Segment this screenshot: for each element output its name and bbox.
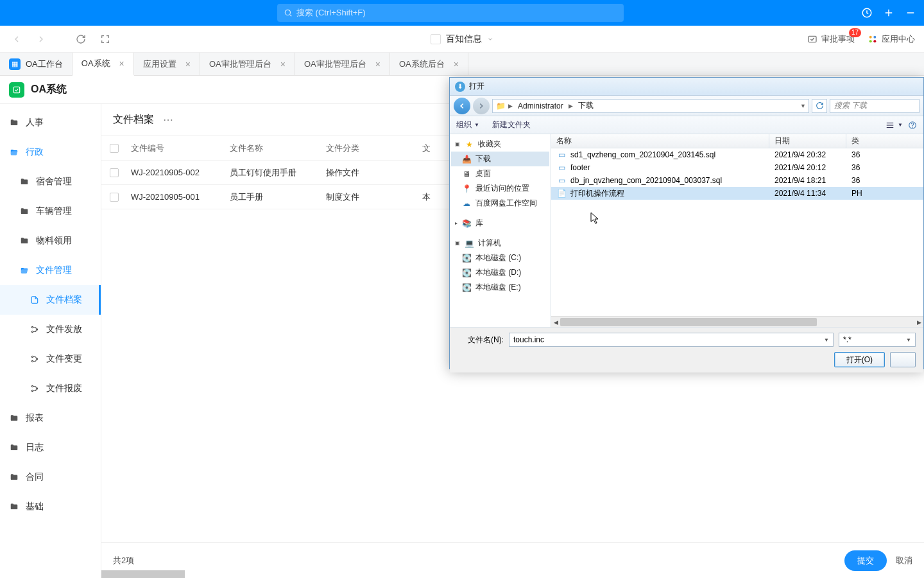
tree-disk-d[interactable]: 💽本地磁盘 (D:) <box>451 265 549 280</box>
sidebar-item-label: 文件变更 <box>46 353 82 365</box>
path-seg-downloads[interactable]: 下载 <box>576 100 596 111</box>
tree-computer[interactable]: ▣💻计算机 <box>451 236 549 250</box>
file-row[interactable]: ▭footer2021/9/4 20:1236 <box>551 161 923 174</box>
tab-item[interactable]: OA系统× <box>73 53 134 76</box>
tab-item[interactable]: 应用设置× <box>134 53 200 75</box>
path-seg-user[interactable]: Administrator <box>515 101 566 110</box>
tree-favorites[interactable]: ▣★收藏夹 <box>451 137 549 152</box>
dialog-titlebar[interactable]: ⬇ 打开 <box>450 78 923 96</box>
fullscreen-button[interactable] <box>98 31 113 47</box>
tree-baidu[interactable]: ☁百度网盘工作空间 <box>451 196 549 211</box>
refresh-button[interactable] <box>73 31 89 47</box>
col-file-name[interactable]: 文件名称 <box>230 143 326 154</box>
col-file-category[interactable]: 文件分类 <box>326 143 422 154</box>
filename-input[interactable]: touch.inc▼ <box>509 333 834 347</box>
tab-item[interactable]: OA审批管理后台× <box>295 53 390 75</box>
tab-item[interactable]: OA系统后台× <box>390 53 468 75</box>
row-checkbox[interactable] <box>110 193 119 202</box>
plus-icon[interactable] <box>883 7 894 19</box>
sidebar-item[interactable]: 文件发放 <box>0 315 101 344</box>
cloud-icon: ☁ <box>461 199 472 208</box>
file-row[interactable]: ▭sd1_qvzheng_com_20210904_203145.sql2021… <box>551 148 923 161</box>
path-bar[interactable]: 📁 ▶ Administrator ▶ 下载 ▼ <box>492 99 809 113</box>
branch-icon <box>30 325 40 334</box>
close-icon[interactable]: × <box>454 59 459 69</box>
horizontal-scrollbar[interactable]: ◀ ▶ <box>551 316 923 327</box>
path-dropdown-icon[interactable]: ▼ <box>800 103 806 109</box>
sidebar-item[interactable]: 宿舍管理 <box>0 167 101 197</box>
history-icon[interactable] <box>861 7 873 19</box>
submit-button[interactable]: 提交 <box>844 550 887 571</box>
svg-point-15 <box>31 356 33 357</box>
dialog-search[interactable]: 搜索 下载 <box>830 99 920 113</box>
sidebar-item[interactable]: 文件报废 <box>0 374 101 403</box>
file-date: 2021/9/4 20:12 <box>769 161 846 174</box>
file-row[interactable]: 📄打印机操作流程2021/9/4 11:34PH <box>551 187 923 200</box>
dialog-forward-button[interactable] <box>473 98 490 114</box>
tree-library[interactable]: ▸📚库 <box>451 216 549 231</box>
sidebar-item[interactable]: 文件变更 <box>0 344 101 374</box>
sidebar-item-label: 报表 <box>26 412 44 424</box>
tree-disk-c[interactable]: 💽本地磁盘 (C:) <box>451 250 549 265</box>
sidebar-item[interactable]: 物料领用 <box>0 226 101 256</box>
sidebar-item[interactable]: 日志 <box>0 433 101 462</box>
tree-recent[interactable]: 📍最近访问的位置 <box>451 181 549 196</box>
scroll-thumb[interactable] <box>101 570 185 578</box>
cancel-button[interactable]: 取消 <box>896 555 912 566</box>
approval-link[interactable]: 审批事项 17 <box>807 33 855 45</box>
sidebar-item[interactable]: 基础 <box>0 492 101 521</box>
close-icon[interactable]: × <box>280 59 286 69</box>
view-menu[interactable]: ▼ <box>885 121 903 130</box>
select-all-checkbox[interactable] <box>110 144 119 153</box>
sidebar-item[interactable]: 报表 <box>0 403 101 433</box>
scroll-thumb[interactable] <box>560 318 817 326</box>
sidebar-item-label: 物料领用 <box>36 235 72 247</box>
scroll-left-icon[interactable]: ◀ <box>551 317 560 328</box>
folder-icon: 📥 <box>461 155 472 164</box>
global-search[interactable]: 搜索 (Ctrl+Shift+F) <box>277 4 624 22</box>
col-file-number[interactable]: 文件编号 <box>127 143 230 154</box>
back-button[interactable] <box>9 31 24 47</box>
dialog-back-button[interactable] <box>454 98 470 114</box>
org-logo-icon <box>431 34 441 44</box>
chevron-down-icon[interactable]: ▼ <box>906 337 911 343</box>
dialog-refresh-button[interactable] <box>812 99 827 113</box>
col-date[interactable]: 日期 <box>769 134 846 148</box>
sql-file-icon: ▭ <box>556 176 567 185</box>
row-checkbox[interactable] <box>110 168 119 177</box>
svg-point-16 <box>31 360 33 362</box>
sidebar-item[interactable]: 车辆管理 <box>0 197 101 226</box>
tab-home[interactable]: ▦ OA工作台 <box>0 53 73 75</box>
sidebar-item[interactable]: 行政 <box>0 137 101 167</box>
more-menu[interactable]: ⋯ <box>163 114 175 126</box>
tree-downloads[interactable]: 📥下载 <box>451 152 549 166</box>
new-folder-button[interactable]: 新建文件夹 <box>492 119 531 130</box>
sidebar-item[interactable]: 文件管理 <box>0 256 101 285</box>
scroll-right-icon[interactable]: ▶ <box>914 317 923 328</box>
file-row[interactable]: ▭db_jn_qvzheng_com_20210904_003037.sql20… <box>551 174 923 187</box>
dialog-cancel-button[interactable] <box>890 352 916 367</box>
sidebar-item-label: 宿舍管理 <box>36 176 72 188</box>
cell-category: 操作文件 <box>326 167 422 179</box>
organize-menu[interactable]: 组织 ▼ <box>456 119 479 130</box>
org-selector[interactable]: 百知信息 <box>431 33 493 45</box>
tree-disk-e[interactable]: 💽本地磁盘 (E:) <box>451 280 549 295</box>
close-icon[interactable]: × <box>185 59 191 69</box>
sidebar-item[interactable]: 人事 <box>0 108 101 137</box>
sidebar-item[interactable]: 文件档案 <box>0 285 101 315</box>
org-name: 百知信息 <box>446 33 482 45</box>
minimize-icon[interactable] <box>905 7 916 19</box>
tab-item[interactable]: OA审批管理后台× <box>200 53 295 75</box>
appcenter-link[interactable]: 应用中心 <box>868 33 915 45</box>
forward-button[interactable] <box>33 31 49 47</box>
open-button[interactable]: 打开(O) <box>834 352 885 367</box>
col-name[interactable]: 名称 <box>551 134 769 148</box>
filter-select[interactable]: *.*▼ <box>839 333 916 347</box>
tree-desktop[interactable]: 🖥桌面 <box>451 166 549 181</box>
close-icon[interactable]: × <box>375 59 381 69</box>
sidebar-item[interactable]: 合同 <box>0 462 101 492</box>
help-button[interactable] <box>908 121 917 130</box>
chevron-down-icon[interactable]: ▼ <box>824 337 829 343</box>
col-type[interactable]: 类 <box>846 134 923 148</box>
close-icon[interactable]: × <box>119 58 124 69</box>
